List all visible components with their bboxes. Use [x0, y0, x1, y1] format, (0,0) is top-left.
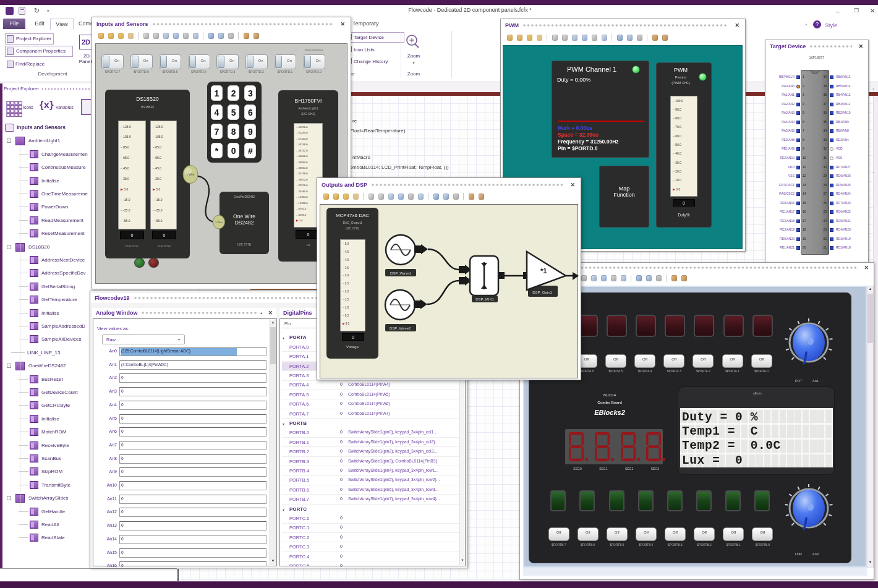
svg-text:DSP_Gain1: DSP_Gain1 [532, 291, 552, 294]
svg-text:DSP_Wave2: DSP_Wave2 [390, 326, 411, 330]
svg-text:DSP_MIX1: DSP_MIX1 [475, 297, 494, 301]
svg-text:*1: *1 [540, 267, 547, 275]
svg-text:1-Wire: 1-Wire [215, 221, 223, 224]
svg-text:1-Wire: 1-Wire [186, 173, 195, 176]
svg-text:DSP_Wave1: DSP_Wave1 [390, 271, 412, 275]
